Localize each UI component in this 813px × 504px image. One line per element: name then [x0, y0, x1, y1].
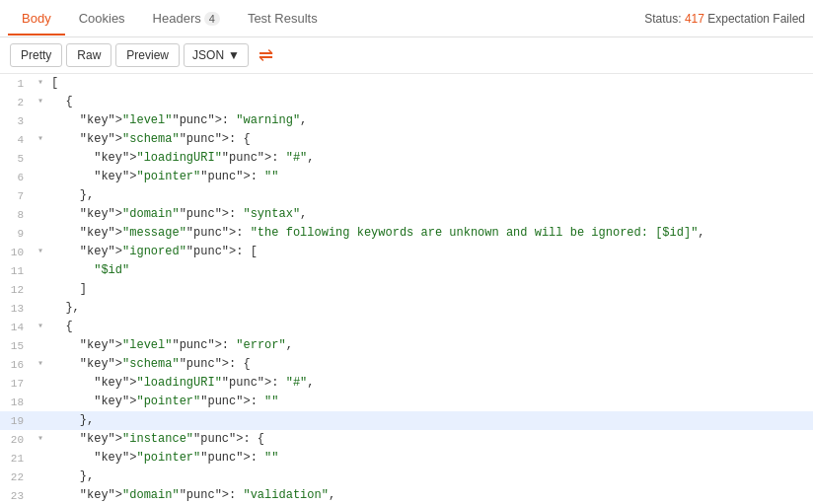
line-number: 14 — [0, 318, 34, 336]
code-content: [ — [47, 74, 813, 92]
code-line: 9 "key">"message""punc">: "the following… — [0, 224, 813, 243]
code-content: "key">"schema""punc">: { — [47, 355, 813, 373]
line-number: 4 — [0, 130, 34, 149]
code-line: 17 "key">"loadingURI""punc">: "#", — [0, 374, 813, 393]
code-content: "key">"loadingURI""punc">: "#", — [47, 149, 813, 167]
line-number: 15 — [0, 336, 34, 355]
code-content: "key">"schema""punc">: { — [47, 130, 813, 148]
code-line: 3 "key">"level""punc">: "warning", — [0, 111, 813, 130]
line-number: 6 — [0, 168, 34, 186]
code-content: "key">"domain""punc">: "validation", — [47, 486, 813, 503]
code-line: 15 "key">"level""punc">: "error", — [0, 336, 813, 355]
code-content: "key">"loadingURI""punc">: "#", — [47, 374, 813, 392]
code-line: 13 }, — [0, 299, 813, 318]
code-content: "key">"level""punc">: "warning", — [47, 111, 813, 129]
code-line: 14▾ { — [0, 318, 813, 336]
line-number: 17 — [0, 374, 34, 393]
line-number: 20 — [0, 430, 34, 449]
code-line: 22 }, — [0, 468, 813, 486]
code-content: }, — [47, 299, 813, 317]
code-line: 8 "key">"domain""punc">: "syntax", — [0, 205, 813, 224]
code-content: }, — [47, 468, 813, 485]
code-content: ] — [47, 280, 813, 298]
code-line: 2▾ { — [0, 93, 813, 111]
code-line: 18 "key">"pointer""punc">: "" — [0, 393, 813, 411]
tab-headers[interactable]: Headers4 — [139, 3, 234, 36]
chevron-down-icon: ▼ — [228, 48, 240, 62]
fold-button[interactable]: ▾ — [34, 355, 47, 373]
format-dropdown[interactable]: JSON ▼ — [184, 43, 249, 67]
line-number: 22 — [0, 468, 34, 486]
code-content: "$id" — [47, 261, 813, 279]
pretty-button[interactable]: Pretty — [10, 43, 62, 67]
code-content: "key">"instance""punc">: { — [47, 430, 813, 448]
code-content: "key">"domain""punc">: "syntax", — [47, 205, 813, 223]
code-line: 4▾ "key">"schema""punc">: { — [0, 130, 813, 149]
line-number: 9 — [0, 224, 34, 243]
code-content: "key">"level""punc">: "error", — [47, 336, 813, 354]
code-line: 5 "key">"loadingURI""punc">: "#", — [0, 149, 813, 168]
code-line: 12 ] — [0, 280, 813, 299]
fold-button[interactable]: ▾ — [34, 430, 47, 448]
code-content: "key">"pointer""punc">: "" — [47, 168, 813, 185]
line-number: 8 — [0, 205, 34, 224]
code-view: 1▾[2▾ {3 "key">"level""punc">: "warning"… — [0, 74, 813, 503]
code-content: }, — [47, 186, 813, 204]
fold-button[interactable]: ▾ — [34, 243, 47, 260]
code-line: 7 }, — [0, 186, 813, 205]
line-number: 10 — [0, 243, 34, 261]
code-content: { — [47, 318, 813, 335]
tab-test-results[interactable]: Test Results — [234, 3, 332, 36]
fold-button[interactable]: ▾ — [34, 318, 47, 335]
code-content: "key">"message""punc">: "the following k… — [47, 224, 813, 242]
line-number: 19 — [0, 411, 34, 430]
fold-button[interactable]: ▾ — [34, 93, 47, 110]
status-text: Expectation Failed — [707, 12, 805, 26]
code-line: 23 "key">"domain""punc">: "validation", — [0, 486, 813, 503]
line-number: 7 — [0, 186, 34, 205]
fold-button[interactable]: ▾ — [34, 130, 47, 148]
code-line: 11 "$id" — [0, 261, 813, 280]
code-line: 19 }, — [0, 411, 813, 430]
raw-button[interactable]: Raw — [66, 43, 111, 67]
code-line: 10▾ "key">"ignored""punc">: [ — [0, 243, 813, 261]
code-content: { — [47, 93, 813, 110]
line-number: 11 — [0, 261, 34, 280]
fold-button[interactable]: ▾ — [34, 74, 47, 92]
preview-button[interactable]: Preview — [115, 43, 180, 67]
code-content: "key">"pointer""punc">: "" — [47, 449, 813, 467]
line-number: 2 — [0, 93, 34, 111]
line-number: 1 — [0, 74, 34, 93]
code-content: "key">"ignored""punc">: [ — [47, 243, 813, 260]
sort-icon[interactable]: ⇌ — [259, 44, 273, 66]
tab-cookies[interactable]: Cookies — [65, 3, 139, 36]
status-area: Status: 417 Expectation Failed — [644, 12, 805, 26]
code-line: 20▾ "key">"instance""punc">: { — [0, 430, 813, 449]
line-number: 21 — [0, 449, 34, 468]
code-line: 21 "key">"pointer""punc">: "" — [0, 449, 813, 468]
line-number: 12 — [0, 280, 34, 299]
tab-bar: Body Cookies Headers4 Test Results Statu… — [0, 0, 813, 37]
line-number: 13 — [0, 299, 34, 318]
code-line: 1▾[ — [0, 74, 813, 93]
code-line: 16▾ "key">"schema""punc">: { — [0, 355, 813, 374]
line-number: 5 — [0, 149, 34, 168]
line-number: 23 — [0, 486, 34, 503]
status-code: 417 — [685, 12, 704, 26]
code-content: "key">"pointer""punc">: "" — [47, 393, 813, 410]
code-content: }, — [47, 411, 813, 429]
line-number: 18 — [0, 393, 34, 411]
line-number: 3 — [0, 111, 34, 130]
format-bar: Pretty Raw Preview JSON ▼ ⇌ — [0, 37, 813, 74]
line-number: 16 — [0, 355, 34, 374]
tab-body[interactable]: Body — [8, 3, 65, 36]
code-line: 6 "key">"pointer""punc">: "" — [0, 168, 813, 186]
